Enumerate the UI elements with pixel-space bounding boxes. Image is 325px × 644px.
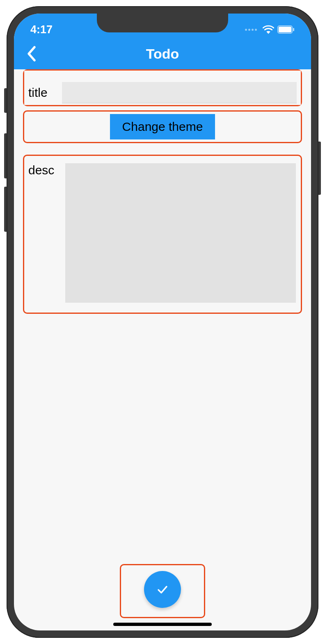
screen: 4:17 bbox=[14, 14, 311, 630]
nav-bar: Todo bbox=[14, 38, 311, 69]
battery-icon bbox=[277, 25, 295, 34]
device-frame: 4:17 bbox=[7, 6, 318, 638]
page-title: Todo bbox=[146, 46, 179, 62]
home-indicator[interactable] bbox=[113, 623, 212, 626]
wifi-icon bbox=[263, 25, 274, 34]
device-power-button bbox=[318, 142, 321, 195]
svg-rect-1 bbox=[279, 27, 291, 32]
theme-section: Change theme bbox=[23, 110, 302, 143]
status-time: 4:17 bbox=[30, 23, 53, 36]
back-button[interactable] bbox=[22, 45, 40, 63]
check-icon bbox=[155, 582, 170, 597]
description-label: desc bbox=[28, 163, 57, 177]
description-section: desc bbox=[23, 155, 302, 314]
change-theme-button[interactable]: Change theme bbox=[110, 114, 215, 139]
device-notch bbox=[97, 14, 228, 32]
title-label: title bbox=[28, 86, 57, 100]
status-icons bbox=[245, 25, 295, 34]
content-area: title Change theme desc bbox=[14, 69, 311, 630]
title-input[interactable] bbox=[62, 82, 297, 103]
title-section: title bbox=[23, 69, 302, 106]
submit-button[interactable] bbox=[144, 571, 181, 608]
cellular-dots-icon bbox=[245, 29, 257, 31]
description-input[interactable] bbox=[65, 163, 296, 303]
svg-rect-2 bbox=[293, 28, 294, 31]
chevron-left-icon bbox=[26, 46, 36, 62]
submit-section bbox=[120, 564, 205, 618]
